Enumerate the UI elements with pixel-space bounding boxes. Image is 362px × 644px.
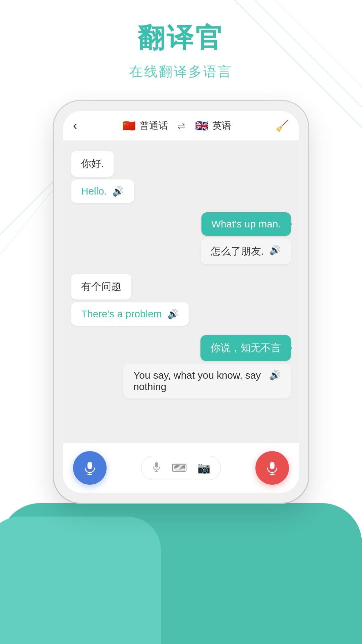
swap-button[interactable]: ⇌ — [177, 120, 185, 131]
phone-mockup: ‹ 🇨🇳 普通话 ⇌ 🇬🇧 英语 🧹 — [54, 101, 308, 503]
msg-4-original: 你说，知无不言 — [200, 335, 291, 361]
source-lang-label: 普通话 — [140, 119, 168, 132]
svg-rect-11 — [270, 462, 275, 469]
camera-icon[interactable]: 📷 — [197, 462, 210, 474]
message-3: 有个问题 There's a problem 🔊 — [71, 274, 291, 328]
msg-3-sound-icon[interactable]: 🔊 — [167, 309, 179, 320]
msg-4-translation: You say, what you know, say nothing 🔊 — [123, 364, 291, 398]
msg-1-translation-text: Hello. — [81, 185, 107, 197]
message-4: 你说，知无不言 You say, what you know, say noth… — [71, 335, 291, 401]
phone-topbar: ‹ 🇨🇳 普通话 ⇌ 🇬🇧 英语 🧹 — [63, 111, 299, 141]
message-2: What's up man. 怎么了朋友. 🔊 — [71, 212, 291, 267]
msg-1-translation: Hello. 🔊 — [71, 179, 134, 203]
msg-3-translation: There's a problem 🔊 — [71, 302, 189, 326]
msg-4-sound-icon[interactable]: 🔊 — [269, 370, 281, 381]
keyboard-icon[interactable]: ⌨ — [172, 462, 187, 474]
msg-2-translation: 怎么了朋友. 🔊 — [201, 238, 291, 264]
target-flag: 🇬🇧 — [194, 118, 209, 133]
msg-2-sound-icon[interactable]: 🔊 — [269, 245, 281, 256]
bottom-blob-inner — [0, 517, 161, 644]
app-title: 翻译官 — [138, 20, 224, 56]
mic-left-button[interactable] — [73, 451, 107, 485]
msg-1-sound-icon[interactable]: 🔊 — [112, 186, 124, 197]
source-flag: 🇨🇳 — [122, 118, 136, 133]
msg-2-translation-text: 怎么了朋友. — [211, 245, 264, 258]
msg-3-original: 有个问题 — [71, 274, 131, 300]
svg-rect-8 — [155, 462, 158, 468]
app-subtitle: 在线翻译多语言 — [129, 62, 233, 81]
mic-center-icon[interactable] — [152, 462, 162, 474]
language-selector: 🇨🇳 普通话 ⇌ 🇬🇧 英语 — [84, 118, 269, 133]
target-lang-label: 英语 — [213, 119, 231, 132]
source-language[interactable]: 🇨🇳 普通话 — [122, 118, 168, 133]
message-1: 你好. Hello. 🔊 — [71, 151, 291, 206]
target-language[interactable]: 🇬🇧 英语 — [194, 118, 231, 133]
mic-right-button[interactable] — [255, 451, 289, 485]
phone-screen: ‹ 🇨🇳 普通话 ⇌ 🇬🇧 英语 🧹 — [63, 111, 299, 493]
svg-rect-5 — [87, 462, 92, 469]
back-button[interactable]: ‹ — [73, 119, 84, 133]
phone-bottombar: ⌨ 📷 — [63, 443, 299, 493]
msg-1-original: 你好. — [71, 151, 114, 177]
msg-4-translation-text: You say, what you know, say nothing — [133, 370, 264, 392]
chat-area: 你好. Hello. 🔊 What's up man. 怎么了朋友. 🔊 — [63, 141, 299, 443]
clear-button[interactable]: 🧹 — [276, 119, 289, 132]
center-controls: ⌨ 📷 — [141, 456, 221, 480]
msg-3-translation-text: There's a problem — [81, 308, 162, 320]
msg-2-original: What's up man. — [201, 212, 291, 236]
